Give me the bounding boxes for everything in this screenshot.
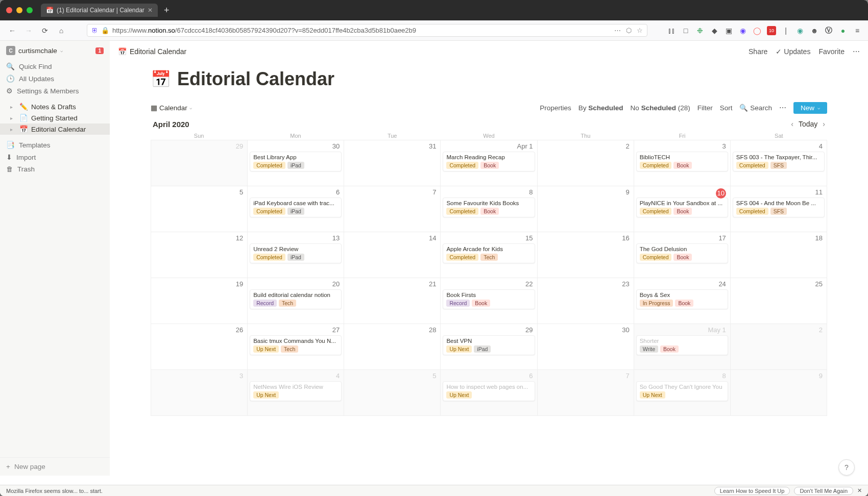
calendar-cell[interactable]: 14 (344, 232, 441, 278)
calendar-event[interactable]: Basic tmux Commands You N...Up NextTech (250, 335, 342, 355)
calendar-event[interactable]: Boys & SexIn ProgressBook (636, 289, 728, 309)
sidebar-tool-import[interactable]: ⬇Import (0, 151, 110, 163)
calendar-event[interactable]: The God DelusionCompletedBook (636, 243, 728, 263)
calendar-cell[interactable]: 10PlayNICE in Your Sandbox at ...Complet… (634, 186, 731, 232)
dismiss-button[interactable]: Don't Tell Me Again (794, 487, 853, 495)
shield-icon[interactable]: ⛨ (91, 27, 98, 34)
calendar-cell[interactable]: 6iPad Keyboard case with trac...Complete… (248, 186, 344, 232)
calendar-event[interactable]: SFS 004 - And the Moon Be ...CompletedSF… (733, 197, 825, 217)
calendar-event[interactable]: Unread 2 ReviewCompletediPad (250, 243, 342, 263)
calendar-cell[interactable]: 29Best VPNUp NextiPad (441, 324, 537, 370)
calendar-event[interactable]: NetNews Wire iOS ReviewUp Next (250, 381, 342, 401)
calendar-event[interactable]: Some Favourite Kids BooksCompletedBook (443, 197, 535, 217)
share-button[interactable]: Share (749, 47, 767, 56)
calendar-cell[interactable]: 22Book FirstsRecordBook (441, 278, 537, 324)
extension-icon[interactable]: ▣ (724, 26, 733, 35)
page-actions-icon[interactable]: ⋯ (614, 27, 621, 34)
page-icon[interactable]: 📅 (151, 69, 171, 89)
page-title[interactable]: 📅 Editorial Calendar (151, 68, 827, 90)
forward-button[interactable]: → (22, 24, 35, 37)
calendar-cell[interactable]: 11SFS 004 - And the Moon Be ...Completed… (731, 186, 827, 232)
calendar-cell[interactable]: 2 (538, 140, 634, 186)
calendar-cell[interactable]: 4NetNews Wire iOS ReviewUp Next (248, 370, 344, 416)
extension-icon[interactable]: Ⓥ (824, 26, 833, 35)
next-month-button[interactable]: › (823, 120, 825, 128)
calendar-cell[interactable]: 21 (344, 278, 441, 324)
window-maximize[interactable] (27, 7, 33, 13)
sidebar-tool-trash[interactable]: 🗑Trash (0, 163, 110, 175)
calendar-cell[interactable]: 9 (538, 186, 634, 232)
calendar-event[interactable]: March Reading RecapCompletedBook (443, 152, 535, 171)
favorite-button[interactable]: Favorite (818, 47, 845, 56)
calendar-event[interactable]: iPad Keyboard case with trac...Completed… (250, 197, 342, 217)
calendar-cell[interactable]: 6How to inspect web pages on...Up Next (441, 370, 537, 416)
calendar-cell[interactable]: May 1ShorterWriteBook (634, 324, 731, 370)
extension-icon[interactable]: | (781, 26, 790, 35)
search-button[interactable]: 🔍 Search (739, 104, 772, 112)
view-selector[interactable]: ▦ Calendar ⌵ (151, 104, 192, 112)
calendar-cell[interactable]: 17The God DelusionCompletedBook (634, 232, 731, 278)
sidebar-tool-templates[interactable]: 📑Templates (0, 139, 110, 151)
prev-month-button[interactable]: ‹ (791, 120, 793, 128)
calendar-cell[interactable]: 5 (151, 186, 248, 232)
menu-icon[interactable]: ≡ (853, 26, 862, 35)
workspace-switcher[interactable]: C curtismchale ⌵ 1 (0, 41, 110, 60)
filter-indicator[interactable]: No Scheduled (28) (631, 104, 690, 112)
reload-button[interactable]: ⟳ (39, 24, 51, 37)
calendar-event[interactable]: Apple Arcade for KidsCompletedTech (443, 243, 535, 263)
calendar-cell[interactable]: 18 (731, 232, 827, 278)
bookmark-star-icon[interactable]: ☆ (637, 27, 643, 34)
properties-button[interactable]: Properties (540, 104, 571, 112)
extension-icon[interactable]: ◯ (753, 26, 762, 35)
save-pocket-icon[interactable]: ⬡ (626, 27, 632, 34)
close-icon[interactable]: ✕ (857, 487, 862, 494)
calendar-cell[interactable]: 7 (538, 370, 634, 416)
calendar-event[interactable]: SFS 003 - The Taxpayer, Thir...Completed… (733, 152, 825, 171)
calendar-cell[interactable]: 25 (731, 278, 827, 324)
calendar-event[interactable]: How to inspect web pages on...Up Next (443, 381, 535, 401)
toggle-icon[interactable]: ▸ (10, 104, 16, 110)
calendar-cell[interactable]: 30Best Library AppCompletediPad (248, 140, 344, 186)
calendar-cell[interactable]: 28 (344, 324, 441, 370)
calendar-cell[interactable]: 2 (731, 324, 827, 370)
calendar-cell[interactable]: 8So Good They Can't Ignore YouUp Next (634, 370, 731, 416)
calendar-cell[interactable]: 20Build editorial calendar notionRecordT… (248, 278, 344, 324)
calendar-event[interactable]: ShorterWriteBook (636, 335, 728, 355)
page-item-getting-started[interactable]: ▸📄Getting Started (0, 112, 110, 123)
calendar-cell[interactable]: 26 (151, 324, 248, 370)
calendar-cell[interactable]: 16 (538, 232, 634, 278)
home-button[interactable]: ⌂ (55, 24, 67, 37)
calendar-cell[interactable]: 12 (151, 232, 248, 278)
learn-button[interactable]: Learn How to Speed It Up (714, 487, 790, 495)
library-icon[interactable]: ⫿⫿ (667, 26, 676, 35)
toggle-icon[interactable]: ▸ (10, 127, 16, 132)
new-tab-button[interactable]: + (164, 5, 170, 16)
back-button[interactable]: ← (6, 24, 18, 37)
sidebar-item-settings-&-members[interactable]: ⚙Settings & Members (0, 85, 110, 97)
toggle-icon[interactable]: ▸ (10, 115, 16, 121)
account-icon[interactable]: ☻ (810, 26, 819, 35)
calendar-cell[interactable]: 13Unread 2 ReviewCompletediPad (248, 232, 344, 278)
today-button[interactable]: Today (799, 120, 817, 128)
sidebar-item-quick-find[interactable]: 🔍Quick Find (0, 60, 110, 72)
calendar-event[interactable]: So Good They Can't Ignore YouUp Next (636, 381, 728, 401)
calendar-cell[interactable]: 4SFS 003 - The Taxpayer, Thir...Complete… (731, 140, 827, 186)
calendar-cell[interactable]: 3 (151, 370, 248, 416)
calendar-cell[interactable]: 8Some Favourite Kids BooksCompletedBook (441, 186, 537, 232)
extension-icon[interactable]: 10 (767, 26, 776, 35)
extension-icon[interactable]: ◉ (738, 26, 748, 35)
breadcrumb[interactable]: 📅 Editorial Calendar (118, 47, 186, 56)
calendar-event[interactable]: Best Library AppCompletediPad (250, 152, 342, 171)
page-item-notes-&-drafts[interactable]: ▸✏️Notes & Drafts (0, 101, 110, 112)
sort-button[interactable]: Sort (720, 104, 733, 112)
extension-icon[interactable]: ◉ (795, 26, 805, 35)
calendar-cell[interactable]: 15Apple Arcade for KidsCompletedTech (441, 232, 537, 278)
help-button[interactable]: ? (838, 459, 855, 476)
extension-icon[interactable]: ◆ (710, 26, 719, 35)
calendar-cell[interactable]: 29 (151, 140, 248, 186)
window-close[interactable] (6, 7, 12, 13)
calendar-cell[interactable]: 23 (538, 278, 634, 324)
filter-button[interactable]: Filter (697, 104, 713, 112)
calendar-cell[interactable]: 7 (344, 186, 441, 232)
calendar-cell[interactable]: Apr 1March Reading RecapCompletedBook (441, 140, 537, 186)
